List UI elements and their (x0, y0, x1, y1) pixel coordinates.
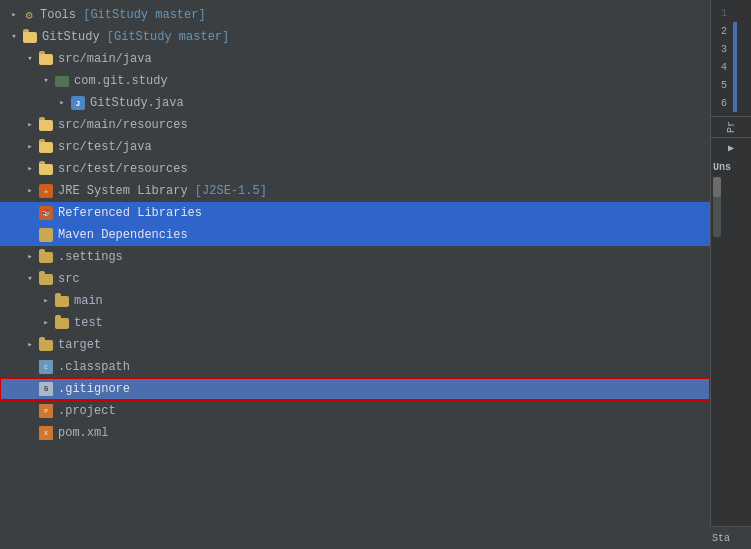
settings-label: .settings (58, 250, 123, 264)
arrow-settings (24, 251, 36, 263)
lib-icon: 📚 (38, 205, 54, 221)
arrow-src-main-resources (24, 119, 36, 131)
line-4-row: 4 (711, 58, 751, 76)
git-bar-3 (733, 40, 737, 58)
maven-icon (38, 227, 54, 243)
tree-item-maven-deps[interactable]: Maven Dependencies (0, 224, 710, 246)
tree-item-main[interactable]: main (0, 290, 710, 312)
line-num-5: 5 (711, 80, 731, 91)
gitstudy-java-label: GitStudy.java (90, 96, 184, 110)
pr-label: Pr (726, 121, 737, 133)
status-label: Sta (712, 533, 730, 544)
tree-item-src-main-java[interactable]: src/main/java (0, 48, 710, 70)
tree-item-jre-system[interactable]: ☕ JRE System Library [J2SE-1.5] (0, 180, 710, 202)
line-num-3: 3 (711, 44, 731, 55)
project-tree-panel: ⚙ Tools [GitStudy master] GitStudy [GitS… (0, 0, 710, 549)
expand-icon: ▶ (728, 142, 734, 154)
tree-item-gitstudy-java[interactable]: J GitStudy.java (0, 92, 710, 114)
line-num-2: 2 (711, 26, 731, 37)
right-side-panel: 1 2 3 4 5 6 Pr ▶ (710, 0, 751, 549)
arrow-tools (8, 9, 20, 21)
arrow-gitstudy-java (56, 97, 68, 109)
test-label: test (74, 316, 103, 330)
folder-src-test-java-icon (38, 139, 54, 155)
folder-src-main-java-icon (38, 51, 54, 67)
tree-item-gitignore[interactable]: G .gitignore (0, 378, 710, 400)
maven-deps-label: Maven Dependencies (58, 228, 188, 242)
tree-item-src[interactable]: src (0, 268, 710, 290)
line-num-1: 1 (711, 8, 731, 19)
tree-item-test[interactable]: test (0, 312, 710, 334)
folder-src-main-resources-icon (38, 117, 54, 133)
classpath-icon: C (38, 359, 54, 375)
src-main-resources-label: src/main/resources (58, 118, 188, 132)
tree-item-com-git-study[interactable]: com.git.study (0, 70, 710, 92)
tree-item-project[interactable]: P .project (0, 400, 710, 422)
project-label: .project (58, 404, 116, 418)
referenced-libs-label: Referenced Libraries (58, 206, 202, 220)
src-test-java-label: src/test/java (58, 140, 152, 154)
arrow-src (24, 273, 36, 285)
tree-item-src-main-resources[interactable]: src/main/resources (0, 114, 710, 136)
tree-item-src-test-java[interactable]: src/test/java (0, 136, 710, 158)
pom-xml-label: pom.xml (58, 426, 108, 440)
package-icon (54, 73, 70, 89)
pom-xml-icon: X (38, 425, 54, 441)
com-git-study-label: com.git.study (74, 74, 168, 88)
line-2-row: 2 (711, 22, 751, 40)
folder-settings-icon (38, 249, 54, 265)
folder-gitstudy-icon (22, 29, 38, 45)
line-5-row: 5 (711, 76, 751, 94)
tree-item-src-test-resources[interactable]: src/test/resources (0, 158, 710, 180)
line-num-4: 4 (711, 62, 731, 73)
expand-button[interactable]: ▶ (711, 138, 751, 158)
jre-system-label: JRE System Library [J2SE-1.5] (58, 184, 267, 198)
unstaged-section: Uns (711, 158, 751, 241)
tree-item-classpath[interactable]: C .classpath (0, 356, 710, 378)
arrow-src-test-java (24, 141, 36, 153)
classpath-label: .classpath (58, 360, 130, 374)
tree-item-pom-xml[interactable]: X pom.xml (0, 422, 710, 444)
line-numbers-section: 1 2 3 4 5 6 (711, 0, 751, 116)
scroll-track[interactable] (713, 177, 721, 237)
arrow-src-test-resources (24, 163, 36, 175)
tree-item-gitstudy[interactable]: GitStudy [GitStudy master] (0, 26, 710, 48)
arrow-main (40, 295, 52, 307)
line-num-6: 6 (711, 98, 731, 109)
tree-item-tools[interactable]: ⚙ Tools [GitStudy master] (0, 4, 710, 26)
gitignore-label: .gitignore (58, 382, 130, 396)
line-6-row: 6 (711, 94, 751, 112)
java-class-icon: J (70, 95, 86, 111)
folder-main-icon (54, 293, 70, 309)
git-bar-2 (733, 22, 737, 40)
arrow-src-main-java (24, 53, 36, 65)
tools-label: Tools [GitStudy master] (40, 8, 206, 22)
gitstudy-label: GitStudy [GitStudy master] (42, 30, 229, 44)
project-icon: P (38, 403, 54, 419)
line-3-row: 3 (711, 40, 751, 58)
unstaged-title: Uns (713, 162, 749, 173)
folder-src-icon (38, 271, 54, 287)
jre-icon: ☕ (38, 183, 54, 199)
tools-icon: ⚙ (22, 8, 36, 22)
pr-panel-tab[interactable]: Pr (711, 117, 751, 137)
tree-container[interactable]: ⚙ Tools [GitStudy master] GitStudy [GitS… (0, 0, 710, 549)
tree-item-target[interactable]: target (0, 334, 710, 356)
arrow-jre-system (24, 185, 36, 197)
tree-item-settings[interactable]: .settings (0, 246, 710, 268)
src-main-java-label: src/main/java (58, 52, 152, 66)
folder-test-icon (54, 315, 70, 331)
target-label: target (58, 338, 101, 352)
arrow-target (24, 339, 36, 351)
git-bar-4 (733, 58, 737, 76)
git-bar-1 (733, 4, 737, 22)
tree-item-referenced-libs[interactable]: 📚 Referenced Libraries (0, 202, 710, 224)
gitignore-icon: G (38, 381, 54, 397)
line-1-row: 1 (711, 4, 751, 22)
src-label: src (58, 272, 80, 286)
arrow-com-git-study (40, 75, 52, 87)
git-bar-6 (733, 94, 737, 112)
folder-target-icon (38, 337, 54, 353)
arrow-gitstudy (8, 31, 20, 43)
scroll-thumb[interactable] (713, 177, 721, 197)
